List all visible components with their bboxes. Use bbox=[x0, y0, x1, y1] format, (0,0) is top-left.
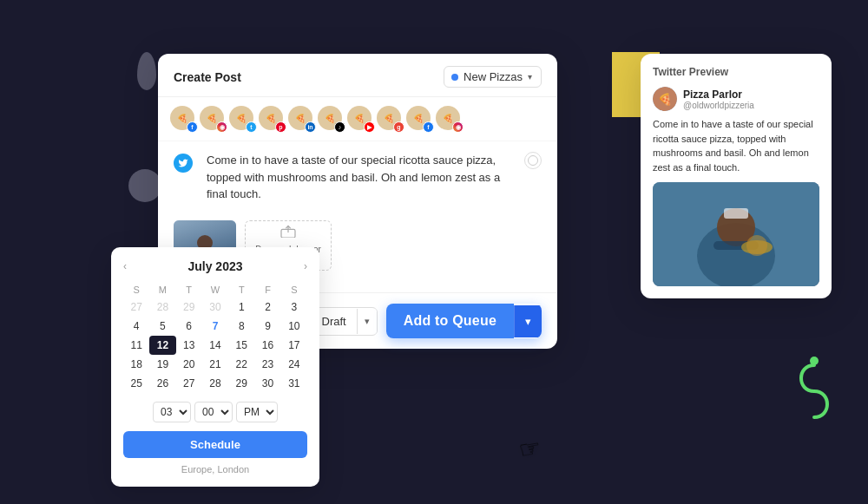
cal-day[interactable]: 28 bbox=[202, 374, 228, 393]
social-avatar-9[interactable]: 🍕 f bbox=[406, 106, 432, 132]
badge-pin-4: p bbox=[275, 121, 286, 133]
weekday-sun: S bbox=[123, 282, 149, 298]
weekday-wed: W bbox=[202, 282, 228, 298]
profile-selector[interactable]: New Pizzas ▾ bbox=[444, 66, 542, 88]
cal-day[interactable]: 5 bbox=[149, 317, 175, 336]
create-post-header: Create Post New Pizzas ▾ bbox=[158, 54, 557, 97]
social-avatar-7[interactable]: 🍕 ▶ bbox=[347, 106, 373, 132]
cal-day[interactable]: 4 bbox=[123, 317, 149, 336]
calendar-week-5: 25 26 27 28 29 30 31 bbox=[123, 374, 307, 393]
cal-day[interactable]: 8 bbox=[228, 317, 254, 336]
cal-day[interactable]: 21 bbox=[202, 355, 228, 374]
cal-day[interactable]: 9 bbox=[254, 317, 280, 336]
social-avatar-8[interactable]: 🍕 g bbox=[377, 106, 403, 132]
badge-goog-8: g bbox=[393, 121, 404, 133]
twitter-user-row: 🍕 Pizza Parlor @oldworldpizzeria bbox=[653, 87, 819, 111]
cal-day[interactable]: 19 bbox=[149, 355, 175, 374]
calendar-next-btn[interactable]: › bbox=[304, 260, 307, 272]
cal-day[interactable]: 11 bbox=[123, 336, 149, 355]
timezone-label: Europe, London bbox=[123, 464, 307, 475]
weekday-sat: S bbox=[281, 282, 307, 298]
minute-select[interactable]: 00153045 bbox=[194, 402, 233, 422]
cal-day[interactable]: 2 bbox=[254, 298, 280, 317]
svg-point-0 bbox=[810, 357, 819, 365]
cal-day[interactable]: 3 bbox=[281, 298, 307, 317]
cal-day[interactable]: 13 bbox=[176, 336, 202, 355]
calendar-week-1: 27 28 29 30 1 2 3 bbox=[123, 298, 307, 317]
cal-day[interactable]: 31 bbox=[281, 374, 307, 393]
weekday-tue: T bbox=[176, 282, 202, 298]
cal-day[interactable]: 29 bbox=[228, 374, 254, 393]
calendar-panel: ‹ July 2023 › S M T W T F S 27 28 29 30 … bbox=[111, 247, 319, 487]
twitter-handle: @oldworldpizzeria bbox=[683, 101, 754, 110]
cal-day[interactable]: 10 bbox=[281, 317, 307, 336]
weekday-thu: T bbox=[228, 282, 254, 298]
cal-day[interactable]: 22 bbox=[228, 355, 254, 374]
cal-day[interactable]: 24 bbox=[281, 355, 307, 374]
ampm-select[interactable]: PMAM bbox=[236, 402, 278, 422]
cal-day[interactable]: 23 bbox=[254, 355, 280, 374]
post-text: Come in to have a taste of our special r… bbox=[207, 152, 517, 203]
social-avatar-10[interactable]: 🍕 ◉ bbox=[436, 106, 462, 132]
svg-rect-11 bbox=[724, 208, 748, 219]
social-avatar-2[interactable]: 🍕 ◉ bbox=[200, 106, 226, 132]
cal-day[interactable]: 26 bbox=[149, 374, 175, 393]
cal-day[interactable]: 30 bbox=[254, 374, 280, 393]
calendar-grid: S M T W T F S 27 28 29 30 1 2 3 4 5 bbox=[123, 282, 307, 393]
cal-day[interactable]: 27 bbox=[123, 298, 149, 317]
badge-yt-7: ▶ bbox=[364, 121, 375, 133]
calendar-week-4: 18 19 20 21 22 23 24 bbox=[123, 355, 307, 374]
hour-select[interactable]: 030405 bbox=[153, 402, 191, 422]
badge-ig-10: ◉ bbox=[452, 121, 464, 133]
schedule-button[interactable]: Schedule bbox=[123, 431, 307, 458]
emoji-button[interactable] bbox=[524, 152, 542, 169]
cal-day[interactable]: 16 bbox=[254, 336, 280, 355]
cal-day[interactable]: 6 bbox=[176, 317, 202, 336]
calendar-header: ‹ July 2023 › bbox=[123, 259, 307, 273]
twitter-preview-panel: Twitter Preview 🍕 Pizza Parlor @oldworld… bbox=[641, 54, 832, 298]
badge-fb-9: f bbox=[423, 121, 434, 133]
cal-day[interactable]: 20 bbox=[176, 355, 202, 374]
twitter-icon-indicator bbox=[174, 154, 193, 173]
social-avatar-5[interactable]: 🍕 in bbox=[288, 106, 314, 132]
save-draft-dropdown-btn[interactable]: ▾ bbox=[357, 309, 377, 334]
cal-day-7[interactable]: 7 bbox=[202, 317, 228, 336]
badge-li-5: in bbox=[305, 121, 316, 133]
cal-day[interactable]: 25 bbox=[123, 374, 149, 393]
weekday-mon: M bbox=[149, 282, 175, 298]
cal-day[interactable]: 29 bbox=[176, 298, 202, 317]
cal-day[interactable]: 27 bbox=[176, 374, 202, 393]
badge-tiktok-6: ♪ bbox=[334, 121, 345, 133]
social-avatar-6[interactable]: 🍕 ♪ bbox=[318, 106, 344, 132]
cal-day[interactable]: 15 bbox=[228, 336, 254, 355]
cal-day-12-today[interactable]: 12 bbox=[149, 336, 175, 355]
calendar-time-row: 030405 00153045 PMAM bbox=[123, 402, 307, 422]
twitter-preview-title: Twitter Preview bbox=[653, 66, 819, 78]
cal-day[interactable]: 1 bbox=[228, 298, 254, 317]
calendar-week-2: 4 5 6 7 8 9 10 bbox=[123, 317, 307, 336]
deco-circle bbox=[128, 169, 161, 202]
cal-day[interactable]: 18 bbox=[123, 355, 149, 374]
create-post-title: Create Post bbox=[174, 70, 241, 84]
social-avatar-1[interactable]: 🍕 f bbox=[170, 106, 196, 132]
add-to-queue-dropdown-btn[interactable]: ▾ bbox=[514, 305, 542, 337]
calendar-week-3: 11 12 13 14 15 16 17 bbox=[123, 336, 307, 355]
twitter-username: Pizza Parlor bbox=[683, 88, 754, 101]
add-to-queue-main-btn[interactable]: Add to Queue bbox=[386, 304, 514, 338]
post-text-area[interactable]: Come in to have a taste of our special r… bbox=[158, 141, 557, 213]
svg-point-10 bbox=[746, 235, 767, 256]
cal-day[interactable]: 14 bbox=[202, 336, 228, 355]
upload-icon bbox=[279, 224, 297, 241]
social-avatar-4[interactable]: 🍕 p bbox=[259, 106, 285, 132]
badge-fb-1: f bbox=[187, 121, 198, 133]
add-to-queue-button[interactable]: Add to Queue ▾ bbox=[386, 304, 542, 338]
badge-tw-3: t bbox=[246, 121, 257, 133]
cal-day[interactable]: 28 bbox=[149, 298, 175, 317]
cal-day[interactable]: 17 bbox=[281, 336, 307, 355]
chevron-down-icon: ▾ bbox=[528, 72, 532, 82]
calendar-month-label: July 2023 bbox=[187, 259, 242, 273]
social-avatar-3[interactable]: 🍕 t bbox=[229, 106, 255, 132]
cal-day[interactable]: 30 bbox=[202, 298, 228, 317]
calendar-prev-btn[interactable]: ‹ bbox=[123, 260, 127, 272]
twitter-preview-image bbox=[653, 182, 819, 286]
